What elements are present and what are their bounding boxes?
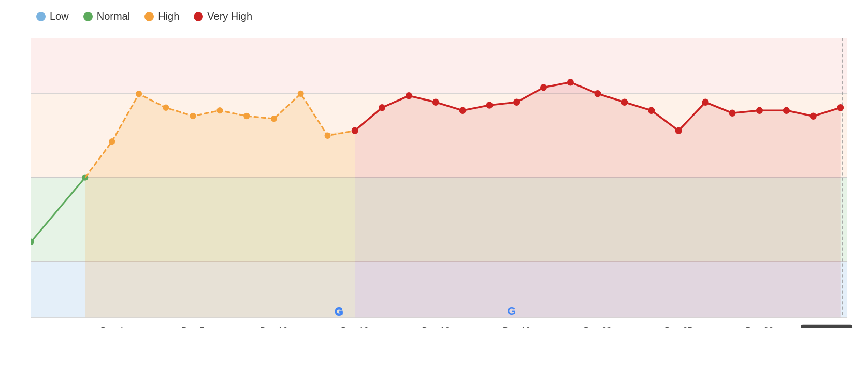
x-label-dec7: Dec 7 — [181, 326, 204, 328]
legend-label-low: Low — [50, 10, 69, 22]
legend-dot-very-high — [194, 12, 203, 21]
svg-point-38 — [702, 98, 709, 105]
svg-point-31 — [513, 98, 520, 105]
svg-marker-11 — [85, 94, 355, 317]
legend-label-high: High — [158, 10, 179, 22]
x-label-dec10: Dec 10 — [260, 326, 288, 328]
x-label-dec22: Dec 22 — [584, 326, 612, 328]
svg-point-42 — [810, 112, 817, 119]
google-icon-1: G — [335, 305, 343, 318]
x-label-dec4: Dec 4 — [100, 326, 124, 328]
x-label-dec28: Dec 28 — [746, 326, 774, 328]
svg-point-39 — [729, 109, 735, 116]
svg-point-43 — [837, 104, 844, 111]
x-label-dec31: Dec 31 — [813, 326, 841, 328]
legend-item-normal: Normal — [83, 10, 130, 22]
legend-item-very-high: Very High — [194, 10, 252, 22]
legend-dot-normal — [83, 12, 93, 21]
svg-point-25 — [352, 127, 358, 134]
x-label-dec13: Dec 13 — [341, 326, 369, 328]
svg-point-26 — [379, 104, 385, 111]
chart-legend: Low Normal High Very High — [31, 10, 858, 22]
legend-item-high: High — [144, 10, 179, 22]
svg-point-40 — [756, 107, 763, 113]
svg-point-36 — [648, 107, 655, 113]
legend-label-normal: Normal — [97, 10, 130, 22]
svg-point-34 — [594, 90, 601, 97]
svg-point-23 — [325, 133, 331, 139]
svg-point-17 — [163, 105, 169, 111]
legend-item-low: Low — [36, 10, 69, 22]
svg-point-21 — [271, 116, 277, 122]
chart-svg: G G G 0 2 5 8 10 Dec 4 Dec 7 Dec 10 Dec … — [31, 38, 858, 328]
svg-point-28 — [432, 98, 439, 105]
svg-point-27 — [406, 92, 412, 99]
legend-dot-low — [36, 12, 46, 21]
svg-rect-4 — [31, 38, 847, 94]
svg-marker-12 — [355, 82, 841, 318]
google-icon-2: G — [507, 305, 516, 318]
x-label-dec16: Dec 16 — [422, 326, 450, 328]
svg-point-20 — [243, 113, 250, 119]
legend-dot-high — [144, 12, 154, 21]
legend-label-very-high: Very High — [207, 10, 252, 22]
svg-point-41 — [783, 107, 790, 113]
svg-point-37 — [675, 127, 682, 134]
chart-container: Low Normal High Very High — [0, 0, 868, 373]
svg-point-22 — [298, 91, 304, 97]
svg-point-18 — [190, 113, 196, 119]
svg-point-29 — [459, 107, 466, 113]
x-label-dec25: Dec 25 — [664, 326, 692, 328]
svg-point-19 — [216, 107, 223, 113]
svg-point-33 — [567, 79, 574, 85]
x-label-dec19: Dec 19 — [503, 326, 531, 328]
chart-area: G G G 0 2 5 8 10 Dec 4 Dec 7 Dec 10 Dec … — [31, 38, 858, 328]
svg-point-32 — [540, 84, 547, 91]
svg-point-16 — [136, 91, 142, 97]
svg-point-30 — [486, 102, 493, 108]
svg-point-35 — [621, 98, 628, 105]
svg-point-15 — [109, 138, 115, 145]
